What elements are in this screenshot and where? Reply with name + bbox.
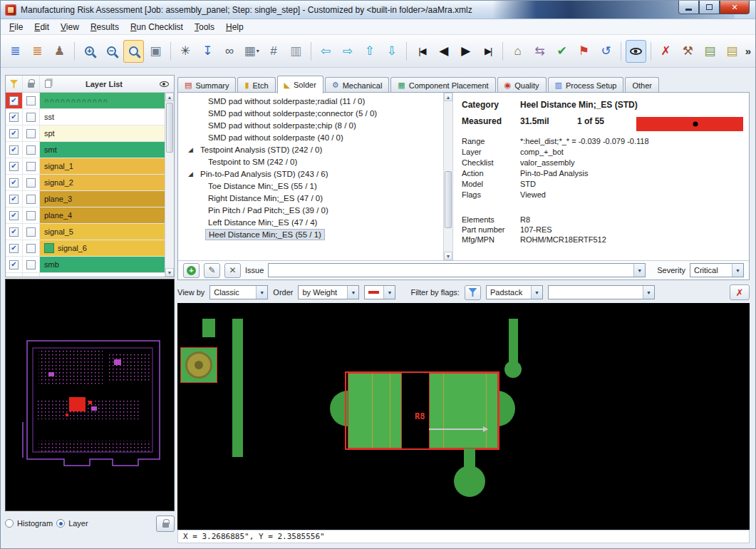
pan-up-icon[interactable]: ⇧ [359,40,380,63]
delete-issue-button[interactable]: ✕ [224,263,241,278]
menu-run-checklist[interactable]: Run Checklist [125,20,189,34]
layer-lock-checkbox[interactable] [26,162,36,171]
layer-visibility-checkbox[interactable]: ✔ [9,162,19,171]
layer-name-cell[interactable] [40,273,165,277]
layer-lock-checkbox[interactable] [26,227,36,237]
layer-visibility-checkbox[interactable]: ✔ [9,195,19,204]
marker-style-select[interactable]: ▼ [364,285,395,299]
view-list-icon[interactable]: ≣ [5,40,26,63]
menu-tools[interactable]: Tools [189,20,220,34]
flag-value-select[interactable]: ▼ [548,285,655,299]
pcb-canvas[interactable]: R8 [177,303,750,530]
preview-lock-button[interactable] [156,515,175,532]
pan-right-icon[interactable]: ⇨ [337,40,358,63]
tab-mechanical[interactable]: ⚙Mechanical [325,77,390,93]
layer-filter-column-header[interactable] [6,76,23,92]
layer-name-cell[interactable]: signal_5 [40,224,165,240]
tree-item[interactable]: SMD pad without solderpaste;radial (11 /… [178,95,443,107]
layer-lock-checkbox[interactable] [26,195,36,204]
tab-etch[interactable]: ▮Etch [237,77,275,93]
layer-lock-checkbox[interactable] [26,129,36,138]
scrollbar-thumb[interactable] [166,103,173,153]
flag-filter-button[interactable] [465,285,481,300]
layer-radio[interactable] [56,519,65,528]
severity-select[interactable]: Critical ▼ [690,263,744,277]
scroll-up-icon[interactable]: ▲ [165,93,174,101]
scrollbar-thumb[interactable] [445,171,452,228]
tab-quality[interactable]: ◉Quality [497,77,547,93]
layer-lock-checkbox[interactable] [26,178,36,188]
tree-item[interactable]: ◢Pin-to-Pad Analysis (STD) (243 / 6) [178,168,443,180]
layer-visibility-checkbox[interactable]: ✔ [9,244,19,253]
layer-sheets-column-header[interactable] [40,76,54,92]
find-icon[interactable]: ∞ [219,40,240,63]
tree-item[interactable]: Testpoint to SM (242 / 0) [178,155,443,168]
swap-view-icon[interactable]: ⇆ [529,40,550,63]
snap-grid-icon[interactable]: ▦▾ [242,40,262,63]
layer-lock-column-header[interactable] [23,76,40,92]
tab-summary[interactable]: ▤Summary [177,77,236,93]
pan-left-icon[interactable]: ⇦ [316,40,336,63]
layer-visibility-checkbox[interactable]: ✔ [9,96,19,106]
grid-icon[interactable]: # [264,40,284,63]
tools-icon[interactable]: ⚒ [678,40,698,63]
tree-item[interactable]: ◢Testpoint Analysis (STD) (242 / 0) [178,143,443,155]
tree-item[interactable]: SMD pad without solderpaste (40 / 0) [178,131,443,143]
minimize-button[interactable] [678,1,699,14]
layer-name-cell[interactable]: sst [40,109,165,125]
tab-component-placement[interactable]: ▦Component Placement [390,77,495,93]
layer-name-cell[interactable]: spt [40,125,165,141]
tree-item[interactable]: SMD pad without solderpaste;chip (8 / 0) [178,119,443,131]
tree-expander-icon[interactable]: ◢ [188,146,197,153]
add-issue-button[interactable]: + [183,263,200,278]
issue-select[interactable]: ▼ [268,263,646,277]
tree-scrollbar[interactable]: ▲ ▼ [443,93,452,260]
report-icon[interactable]: ▤ [700,40,720,63]
dismiss-icon[interactable]: ✗ [656,40,676,63]
menu-file[interactable]: File [4,20,29,34]
layer-name-cell[interactable]: ∩∩∩∩∩∩∩∩∩∩∩∩ [40,93,165,108]
layer-name-cell[interactable]: smb [40,257,165,272]
layer-lock-checkbox[interactable] [26,244,36,253]
restore-button[interactable] [699,1,720,14]
tree-item[interactable]: Toe Distance Min;_ES (55 / 1) [178,180,443,192]
layer-visibility-checkbox[interactable]: ✔ [9,113,19,122]
tree-expander-icon[interactable]: ◢ [188,170,197,178]
tab-other[interactable]: Other [625,77,659,93]
padstack-select[interactable]: Padstack ▼ [486,285,543,299]
layer-visibility-checkbox[interactable]: ✔ [9,260,19,270]
accept-icon[interactable]: ✔ [552,40,572,63]
board-preview[interactable] [5,279,175,511]
notes-icon[interactable]: ▤ [722,40,742,63]
menu-results[interactable]: Results [85,20,125,34]
first-result-icon[interactable]: |◀ [411,40,432,63]
view-by-select[interactable]: Classic ▼ [209,285,268,299]
edit-issue-button[interactable]: ✎ [204,263,220,278]
eye-icon[interactable] [626,40,646,63]
order-select[interactable]: by Weight ▼ [298,285,359,299]
layer-name-cell[interactable]: smt [40,142,165,158]
tree-item[interactable]: Pin Pitch / Pad Pitch;_ES (39 / 0) [178,204,443,216]
toolbar-overflow-chevron[interactable]: » [745,45,751,57]
tree-item[interactable]: SMD pad without solderpaste;connector (5… [178,107,443,119]
scroll-up-icon[interactable]: ▲ [444,93,452,101]
load-view-icon[interactable]: ↧ [197,40,218,63]
tab-process-setup[interactable]: ▥Process Setup [548,77,624,93]
layer-setup-icon[interactable]: ≣ [27,40,48,63]
layer-lock-checkbox[interactable] [26,260,36,270]
layer-name-cell[interactable]: signal_1 [40,158,165,174]
layer-visibility-column-header[interactable] [154,76,174,92]
zoom-out-icon[interactable]: − [101,40,122,63]
layer-visibility-checkbox[interactable]: ✔ [9,145,19,155]
previous-result-icon[interactable]: ◀ [433,40,454,63]
redraw-icon[interactable]: ↺ [596,40,616,63]
layer-visibility-checkbox[interactable]: ✔ [9,129,19,138]
tree-item[interactable]: Left Distance Min;_ES (47 / 4) [178,216,443,228]
layer-visibility-checkbox[interactable]: ✔ [9,227,19,237]
layer-name-cell[interactable]: plane_3 [40,191,165,207]
close-button[interactable]: ✕ [720,1,750,14]
tree-item[interactable]: Heel Distance Min;_ES (55 / 1) [178,228,443,240]
next-result-icon[interactable]: ▶ [455,40,476,63]
layer-list-scrollbar[interactable]: ▲ ▼ [165,93,174,277]
tree-item[interactable]: Right Distance Min;_ES (47 / 0) [178,192,443,204]
